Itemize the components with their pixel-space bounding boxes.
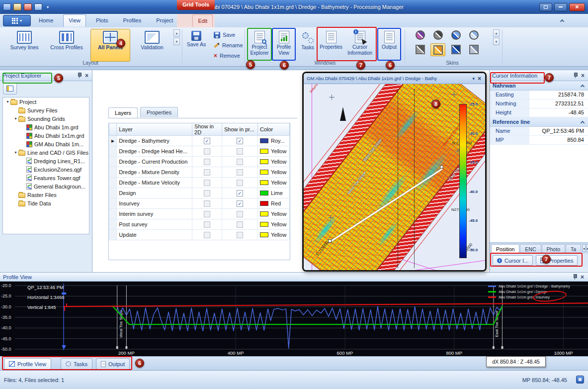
color-swatch[interactable] — [260, 211, 268, 216]
profile-view-button[interactable]: Profile View — [273, 29, 295, 62]
layer-row[interactable]: Dredge - Current ProductionYellow — [109, 157, 290, 167]
tree-item[interactable]: GM Abu Dhabi 1m... — [3, 140, 89, 148]
show-2d-checkbox[interactable] — [204, 190, 210, 196]
show-profile-checkbox[interactable]: ✓ — [237, 138, 243, 144]
skin-4[interactable] — [466, 29, 481, 42]
status-icon[interactable] — [576, 376, 584, 384]
cursor-information-button[interactable]: Cursor Information — [344, 29, 375, 62]
tab-layers[interactable]: Layers — [108, 107, 138, 118]
pin-icon[interactable] — [573, 274, 578, 280]
skin-8[interactable] — [466, 43, 481, 56]
skin-2[interactable] — [430, 29, 445, 42]
minimize-button[interactable] — [554, 3, 567, 11]
remove-button[interactable]: × Remove — [211, 51, 243, 61]
tree-item[interactable]: Dredging Lines_R1... — [3, 157, 89, 165]
tools-icon[interactable] — [13, 3, 21, 10]
skin-3[interactable] — [448, 29, 463, 42]
scroll-down-icon[interactable] — [493, 38, 500, 45]
tab-profiles[interactable]: Profiles — [118, 14, 146, 27]
redo-icon[interactable] — [24, 3, 32, 10]
tab-photo[interactable]: Photo — [542, 244, 565, 254]
show-2d-checkbox[interactable] — [204, 169, 210, 176]
show-profile-checkbox[interactable] — [237, 180, 243, 186]
skin-6[interactable] — [430, 43, 445, 56]
tab-plots[interactable]: Plots — [91, 14, 113, 27]
save-button[interactable]: Save — [211, 30, 238, 40]
project-explorer-button[interactable]: Project Explorer — [248, 29, 271, 62]
layer-row[interactable]: Dredge - Dredge Head He...Yellow — [109, 146, 290, 157]
show-2d-checkbox[interactable] — [204, 232, 210, 238]
map-window[interactable]: GM Abu Dhabi 070429 \ Abu Dhabi 1x1m.grd… — [302, 72, 487, 272]
group-header[interactable]: Reference line — [490, 117, 588, 127]
tree-item[interactable]: Features Tower.qgf — [3, 174, 89, 182]
show-profile-checkbox[interactable] — [237, 211, 243, 217]
tab-project[interactable]: Project — [151, 14, 178, 27]
tab-properties[interactable]: Properties — [140, 107, 178, 117]
color-swatch[interactable] — [260, 201, 268, 206]
color-swatch[interactable] — [260, 180, 268, 185]
show-profile-checkbox[interactable]: ✓ — [237, 190, 243, 196]
show-profile-checkbox[interactable] — [237, 159, 243, 165]
profile-line-handle[interactable] — [440, 165, 443, 169]
layer-row[interactable]: UpdateYellow — [109, 230, 290, 240]
grid-icon[interactable] — [34, 3, 42, 10]
survey-lines-button[interactable]: Survey lines — [6, 29, 43, 62]
tree-item[interactable]: ▾Sounding Grids — [3, 114, 89, 123]
pin-icon[interactable] — [77, 73, 82, 78]
column-layer[interactable]: Layer — [117, 123, 192, 136]
tab-position[interactable]: Position — [491, 244, 519, 254]
tree-item[interactable]: ▾Project — [3, 97, 89, 106]
scroll-up-icon[interactable] — [173, 29, 180, 37]
tab-ta[interactable]: Ta — [566, 244, 581, 254]
show-2d-checkbox[interactable] — [204, 159, 210, 165]
show-profile-checkbox[interactable] — [237, 232, 243, 238]
skin-1[interactable] — [413, 29, 427, 42]
column-show-profile[interactable]: Show in pr... — [222, 123, 258, 136]
show-profile-checkbox[interactable] — [237, 221, 243, 228]
rename-button[interactable]: Rename — [211, 40, 246, 50]
tree-item[interactable]: Survey Files — [3, 106, 89, 114]
ribbon-collapse-button[interactable] — [558, 17, 566, 24]
application-menu-button[interactable] — [3, 15, 31, 26]
tab-enc[interactable]: ENC — [520, 244, 541, 254]
color-swatch[interactable] — [260, 149, 268, 154]
tree-item[interactable]: Tide Data — [3, 199, 89, 207]
show-2d-checkbox[interactable] — [204, 148, 210, 155]
tab-edit[interactable]: Edit — [192, 14, 213, 27]
cross-profiles-button[interactable]: Cross Profiles — [45, 29, 88, 62]
tree-item[interactable]: General Backgroun... — [3, 182, 89, 191]
tab-scroll-right[interactable] — [587, 244, 588, 252]
column-color[interactable]: Color — [257, 123, 289, 136]
close-icon[interactable]: × — [580, 73, 586, 79]
show-2d-checkbox[interactable] — [204, 211, 210, 217]
color-swatch[interactable] — [260, 222, 268, 227]
tab-scroll-left[interactable] — [583, 244, 586, 252]
layer-row[interactable]: Insurvey✓Red — [109, 198, 290, 209]
column-show-2d[interactable]: Show in 2D — [192, 123, 222, 136]
panel-view-button[interactable] — [3, 83, 17, 95]
tasks-button[interactable]: Tasks — [297, 29, 318, 62]
tree-item[interactable]: ExclusionZones.qgf — [3, 165, 89, 174]
tab-home[interactable]: Home — [34, 14, 58, 27]
color-swatch[interactable] — [260, 159, 268, 164]
bottom-tab-output[interactable]: Output — [96, 358, 130, 370]
group-header[interactable]: Nahrwan — [490, 81, 588, 91]
layer-row[interactable]: Interim surveyYellow — [109, 209, 290, 219]
fullscreen-button[interactable] — [539, 3, 552, 11]
skin-5[interactable] — [413, 43, 427, 56]
bottom-tab-tasks[interactable]: Tasks — [61, 358, 92, 370]
show-2d-checkbox[interactable] — [204, 200, 210, 207]
bottom-tab-profile-view[interactable]: Profile View — [4, 358, 51, 370]
color-swatch[interactable] — [260, 232, 268, 237]
pin-icon[interactable] — [573, 73, 578, 78]
close-button[interactable]: × — [569, 3, 585, 11]
tree-item[interactable]: ▾Line and CAD / GIS Files — [3, 148, 89, 157]
layer-row[interactable]: Dredge - Mixture VelocityYellow — [109, 178, 290, 188]
close-icon[interactable]: × — [477, 76, 482, 82]
save-as-button[interactable]: Save As — [185, 29, 208, 62]
validation-button[interactable]: Validation — [132, 29, 172, 62]
chevron-down-icon[interactable] — [470, 76, 477, 81]
layer-row[interactable]: Post surveyYellow — [109, 219, 290, 230]
tree-item[interactable]: Raster Files — [3, 191, 89, 199]
close-icon[interactable]: × — [84, 73, 89, 79]
